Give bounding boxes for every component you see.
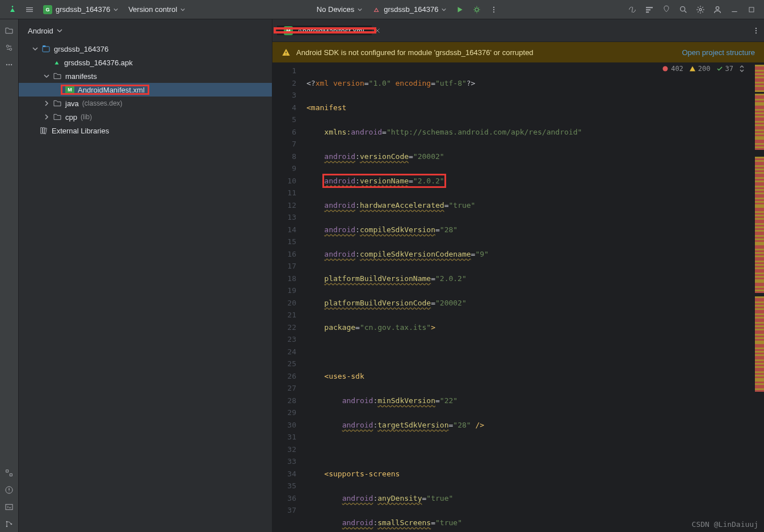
- project-chip[interactable]: G grsdssb_164376: [39, 3, 123, 16]
- svg-rect-21: [43, 47, 49, 52]
- tab-android-manifest[interactable]: M AndroidManifest.xml: [277, 26, 372, 35]
- svg-point-8: [699, 9, 702, 11]
- version-control-chip[interactable]: Version control: [124, 3, 190, 15]
- chevron-right-icon: [44, 114, 49, 120]
- terminal-icon[interactable]: [1, 499, 17, 515]
- svg-rect-10: [749, 7, 754, 12]
- svg-point-2: [493, 9, 494, 10]
- error-stripe[interactable]: [755, 62, 764, 532]
- svg-rect-6: [646, 11, 649, 12]
- run-config-selector[interactable]: grsdssb_164376: [368, 3, 451, 15]
- svg-point-14: [9, 64, 10, 65]
- svg-point-15: [11, 64, 12, 65]
- maximize-icon[interactable]: [744, 2, 759, 18]
- svg-point-23: [755, 27, 757, 28]
- svg-point-1: [493, 6, 494, 7]
- tree-root[interactable]: grsdssb_164376: [19, 42, 272, 56]
- project-tool-icon[interactable]: [1, 23, 17, 39]
- banner-message: Android SDK is not configured for module…: [296, 48, 534, 57]
- svg-point-3: [493, 11, 494, 12]
- open-project-structure-link[interactable]: Open project structure: [682, 48, 755, 57]
- editor-tabbar: M AndroidManifest.xml: [272, 19, 764, 42]
- folder-icon: [53, 112, 62, 122]
- project-name: grsdssb_164376: [56, 5, 110, 14]
- code-with-me-icon[interactable]: [624, 2, 640, 18]
- chevron-down-icon: [32, 46, 38, 52]
- minimize-icon[interactable]: [727, 2, 742, 18]
- app-inspection-icon[interactable]: [658, 2, 674, 18]
- search-icon[interactable]: [675, 2, 691, 18]
- warning-icon: [282, 48, 291, 57]
- close-tab-icon[interactable]: [370, 23, 385, 39]
- svg-point-24: [755, 30, 757, 31]
- tree-java-folder[interactable]: java (classes.dex): [19, 97, 272, 110]
- more-tools-icon[interactable]: [1, 57, 17, 73]
- tree-manifests-folder[interactable]: manifests: [19, 69, 272, 83]
- build-variants-icon[interactable]: [1, 465, 17, 481]
- device-selector[interactable]: No Devices: [312, 3, 367, 15]
- project-sidebar: Android grsdssb_164376 grsdssb_164376.ap…: [19, 19, 272, 532]
- svg-point-26: [663, 66, 668, 72]
- android-studio-icon[interactable]: [5, 2, 20, 18]
- resource-manager-icon[interactable]: [1, 40, 17, 56]
- code-editor[interactable]: 402 200 37 12345678910 11121314151617181…: [272, 62, 764, 532]
- project-tree: grsdssb_164376 grsdssb_164376.apk manife…: [19, 42, 272, 532]
- svg-point-25: [755, 32, 757, 33]
- profiler-icon[interactable]: [641, 2, 657, 18]
- code-content[interactable]: <?xml version="1.0" encoding="utf-8"?> <…: [304, 62, 755, 532]
- svg-point-11: [6, 45, 9, 47]
- tree-external-libraries[interactable]: External Libraries: [19, 124, 272, 137]
- top-toolbar: G grsdssb_164376 Version control No Devi…: [0, 0, 764, 19]
- sdk-warning-banner: Android SDK is not configured for module…: [272, 42, 764, 62]
- project-view-selector[interactable]: Android: [19, 19, 272, 42]
- editor-area: M AndroidManifest.xml Android SDK is not…: [272, 19, 764, 532]
- svg-rect-5: [646, 9, 650, 10]
- tree-cpp-folder[interactable]: cpp (lib): [19, 110, 272, 124]
- vcs-tool-icon[interactable]: [1, 516, 17, 532]
- inspection-counts[interactable]: 402 200 37: [662, 65, 745, 73]
- more-actions-icon[interactable]: [486, 2, 502, 18]
- svg-point-12: [10, 48, 12, 51]
- account-icon[interactable]: [710, 2, 725, 18]
- chevron-down-icon: [44, 73, 49, 79]
- problems-icon[interactable]: [1, 482, 17, 498]
- svg-point-13: [6, 64, 7, 65]
- folder-icon: [53, 99, 62, 108]
- svg-point-18: [6, 521, 8, 523]
- hamburger-menu-icon[interactable]: [22, 2, 37, 18]
- svg-point-7: [681, 6, 685, 11]
- svg-point-9: [716, 6, 719, 9]
- svg-rect-22: [43, 45, 45, 47]
- module-icon: [41, 44, 51, 53]
- apk-icon: [53, 58, 61, 66]
- gutter-line-numbers: 12345678910 11121314151617181920 2122232…: [272, 62, 304, 532]
- svg-rect-4: [646, 7, 653, 8]
- svg-rect-17: [6, 504, 12, 509]
- watermark: CSDN @LinDaiuuj: [692, 520, 758, 529]
- chevron-up-down-icon[interactable]: [739, 65, 745, 73]
- tree-manifest-file[interactable]: M AndroidManifest.xml: [19, 83, 272, 97]
- svg-point-0: [475, 8, 478, 11]
- run-icon[interactable]: [452, 2, 468, 18]
- chevron-right-icon: [44, 100, 49, 106]
- libraries-icon: [39, 126, 48, 135]
- left-tool-strip: [0, 19, 19, 532]
- svg-point-19: [6, 526, 8, 527]
- debug-icon[interactable]: [469, 2, 485, 18]
- tree-apk[interactable]: grsdssb_164376.apk: [19, 56, 272, 69]
- tab-options-icon[interactable]: [748, 27, 764, 35]
- folder-icon: [53, 72, 62, 81]
- settings-icon[interactable]: [692, 2, 708, 18]
